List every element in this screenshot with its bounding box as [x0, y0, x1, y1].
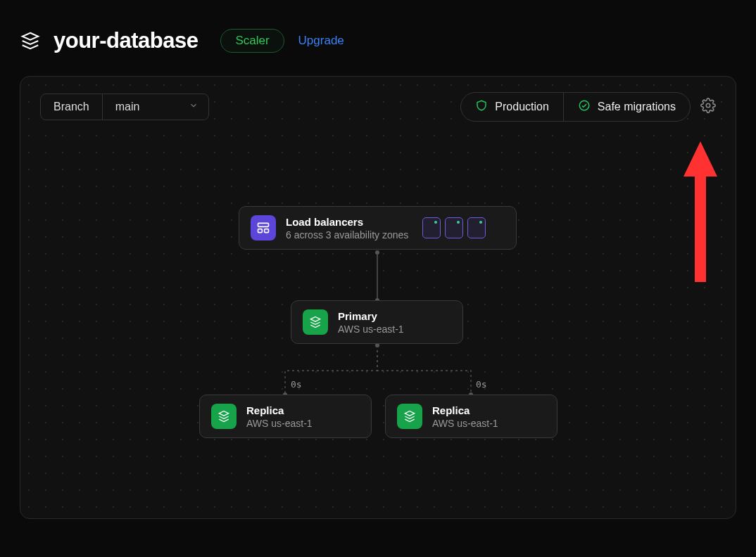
replica1-title: Replica — [246, 404, 313, 416]
replica-node-1[interactable]: Replica AWS us-east-1 — [199, 395, 372, 438]
svg-rect-9 — [258, 229, 263, 233]
check-circle-icon — [578, 99, 591, 115]
branch-selector: Branch main — [40, 94, 209, 120]
replica2-latency: 0s — [476, 379, 487, 390]
database-icon — [397, 404, 422, 429]
replica-node-2[interactable]: Replica AWS us-east-1 — [385, 395, 557, 438]
svg-point-3 — [375, 250, 379, 255]
architecture-panel: Branch main Production — [20, 76, 736, 519]
production-label: Production — [495, 101, 549, 113]
branch-dropdown[interactable]: main — [103, 94, 209, 120]
replica2-subtitle: AWS us-east-1 — [432, 418, 498, 429]
lb-instance-icon — [445, 217, 463, 238]
plan-badge: Scaler — [220, 29, 284, 53]
primary-title: Primary — [338, 310, 404, 322]
primary-subtitle: AWS us-east-1 — [338, 324, 404, 335]
page-header: your-database Scaler Upgrade — [0, 0, 756, 68]
svg-rect-8 — [258, 223, 269, 226]
panel-toolbar: Branch main Production — [20, 77, 736, 122]
chevron-down-icon — [189, 101, 199, 113]
lb-title: Load balancers — [286, 216, 408, 228]
database-name: your-database — [53, 28, 198, 53]
upgrade-link[interactable]: Upgrade — [298, 34, 344, 48]
replica2-title: Replica — [432, 404, 498, 416]
safe-migrations-pill[interactable]: Safe migrations — [563, 93, 690, 121]
database-icon — [303, 309, 328, 335]
shield-icon — [475, 99, 488, 115]
status-pill-group: Production Safe migrations — [460, 92, 691, 122]
load-balancer-icon — [251, 215, 276, 241]
gear-icon — [700, 98, 716, 113]
replica1-subtitle: AWS us-east-1 — [246, 418, 313, 429]
production-pill[interactable]: Production — [461, 93, 563, 121]
svg-point-0 — [579, 101, 589, 110]
load-balancers-node[interactable]: Load balancers 6 across 3 availability z… — [239, 206, 517, 250]
svg-rect-10 — [265, 229, 269, 233]
branch-label: Branch — [41, 94, 103, 120]
svg-point-1 — [706, 103, 710, 108]
lb-instance-icons — [422, 217, 486, 238]
branch-value: main — [115, 101, 140, 113]
safe-migrations-label: Safe migrations — [598, 101, 676, 113]
database-stack-icon — [20, 30, 41, 51]
lb-subtitle: 6 across 3 availability zones — [286, 229, 408, 241]
lb-instance-icon — [422, 217, 441, 238]
lb-instance-icon — [467, 217, 486, 238]
replica1-latency: 0s — [291, 379, 302, 390]
settings-button[interactable] — [700, 98, 716, 116]
database-icon — [211, 404, 237, 429]
primary-node[interactable]: Primary AWS us-east-1 — [291, 300, 463, 344]
topology-diagram: Load balancers 6 across 3 availability z… — [20, 154, 736, 518]
